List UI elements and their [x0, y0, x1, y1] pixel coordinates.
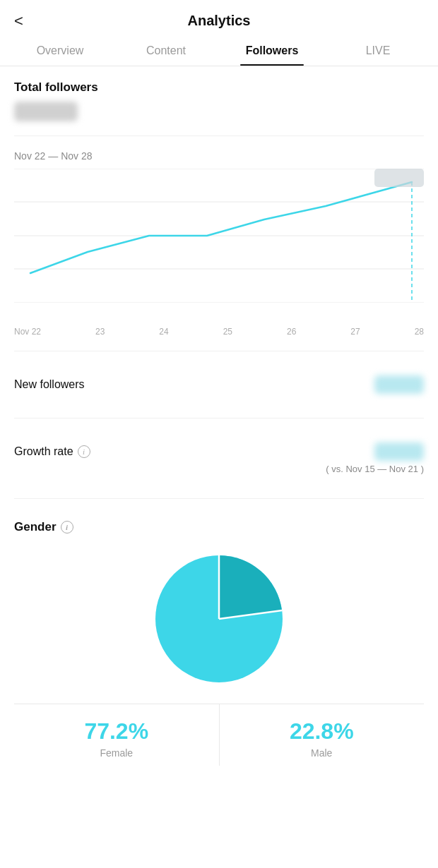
tab-live[interactable]: LIVE	[325, 36, 431, 66]
growth-info-icon[interactable]: i	[78, 445, 90, 458]
new-followers-value	[374, 375, 424, 394]
divider-4	[14, 498, 424, 499]
chart-svg	[14, 169, 424, 303]
x-label-2: 24	[159, 327, 168, 337]
tab-followers[interactable]: Followers	[219, 36, 325, 66]
male-stat: 22.8% Male	[220, 704, 425, 766]
male-label: Male	[220, 747, 425, 759]
x-label-1: 23	[95, 327, 105, 337]
growth-rate-value	[374, 442, 424, 461]
chart-area	[14, 169, 424, 324]
gender-section-label: Gender i	[14, 520, 424, 534]
x-label-4: 26	[287, 327, 296, 337]
growth-vs-label: ( vs. Nov 15 — Nov 21 )	[14, 464, 424, 474]
x-label-6: 28	[415, 327, 424, 337]
growth-rate-row: Growth rate i ( vs. Nov 15 — Nov 21 )	[14, 433, 424, 484]
divider-2	[14, 351, 424, 351]
total-followers-value	[14, 102, 78, 121]
date-range-label: Nov 22 — Nov 28	[14, 150, 424, 162]
x-label-3: 25	[223, 327, 232, 337]
female-percent: 77.2%	[14, 718, 219, 745]
total-followers-label: Total followers	[14, 80, 424, 95]
pie-chart-container	[14, 548, 424, 689]
tab-overview[interactable]: Overview	[7, 36, 113, 66]
new-followers-label: New followers	[14, 378, 85, 391]
page-title: Analytics	[188, 13, 251, 29]
main-content: Total followers Nov 22 — Nov 28	[0, 66, 438, 780]
followers-chart: Nov 22 23 24 25 26 27 28	[14, 169, 424, 337]
growth-rate-label: Growth rate i	[14, 445, 90, 458]
x-label-0: Nov 22	[14, 327, 41, 337]
gender-section: Gender i	[14, 513, 424, 766]
growth-rate-top: Growth rate i	[14, 442, 424, 461]
new-followers-row: New followers	[14, 366, 424, 404]
chart-x-labels: Nov 22 23 24 25 26 27 28	[14, 324, 424, 337]
tab-bar: Overview Content Followers LIVE	[0, 36, 438, 66]
tab-content[interactable]: Content	[113, 36, 219, 66]
female-label: Female	[14, 747, 219, 759]
divider-1	[14, 135, 424, 136]
back-button[interactable]: <	[14, 12, 23, 30]
female-stat: 77.2% Female	[14, 704, 220, 766]
x-label-5: 27	[350, 327, 360, 337]
gender-info-icon[interactable]: i	[61, 521, 73, 534]
pie-chart-svg	[148, 548, 290, 689]
svg-rect-6	[374, 169, 424, 187]
gender-stats: 77.2% Female 22.8% Male	[14, 704, 424, 766]
male-percent: 22.8%	[220, 718, 425, 745]
header: < Analytics	[0, 0, 438, 36]
divider-3	[14, 418, 424, 418]
